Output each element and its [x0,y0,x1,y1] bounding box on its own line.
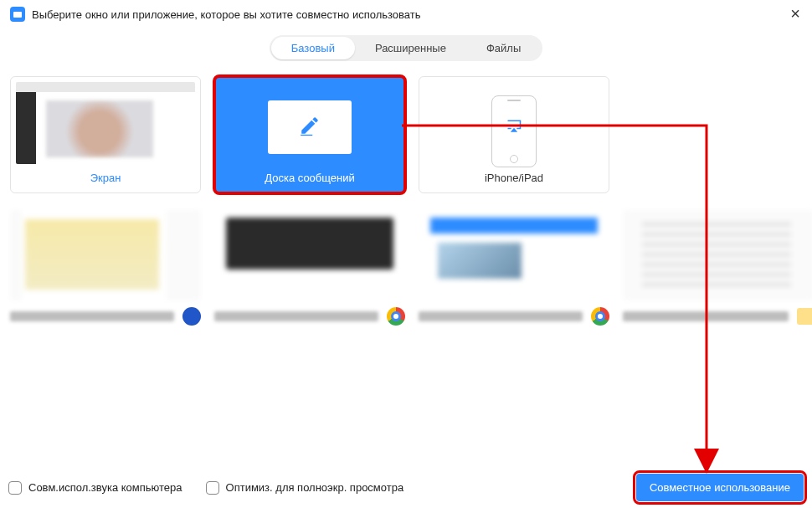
svg-rect-0 [301,135,312,136]
dialog-title: Выберите окно или приложение, которое вы… [32,8,421,21]
share-option-window-2[interactable] [214,210,405,326]
tab-basic[interactable]: Базовый [271,37,355,59]
pencil-icon [299,115,321,140]
tab-files[interactable]: Файлы [466,37,541,59]
window-label-blurred [214,311,378,321]
share-option-iphone-ipad[interactable]: iPhone/iPad [419,76,609,193]
chrome-icon [387,307,405,326]
window-preview [214,210,405,300]
checkbox-optimize-video[interactable]: Оптимиз. для полноэкр. просмотра [206,481,404,495]
tab-bar: Базовый Расширенные Файлы [0,35,812,61]
tab-advanced[interactable]: Расширенные [355,37,466,59]
checkbox-share-audio-label: Совм.испол.звука компьютера [28,481,182,494]
chrome-icon [591,307,609,326]
file-icon [797,308,812,325]
close-button[interactable]: × [790,5,800,22]
window-preview [419,210,609,300]
share-option-whiteboard[interactable]: Доска сообщений [214,76,405,193]
share-button[interactable]: Совместное использование [636,474,804,501]
screen-label: Экран [90,172,121,184]
share-option-window-4[interactable] [623,210,812,326]
share-option-window-3[interactable] [419,210,609,326]
app-badge-icon [182,307,201,326]
iphone-label: iPhone/iPad [485,172,543,184]
phone-preview [491,95,537,167]
screen-preview [16,82,195,164]
share-option-window-1[interactable] [10,210,201,326]
window-preview [623,210,812,300]
whiteboard-label: Доска сообщений [265,172,355,184]
airplay-icon [506,119,522,137]
app-icon [10,7,25,22]
checkbox-share-audio[interactable]: Совм.испол.звука компьютера [8,481,182,495]
whiteboard-preview [268,100,352,154]
window-preview [10,210,201,300]
checkbox-optimize-video-label: Оптимиз. для полноэкр. просмотра [226,481,404,494]
checkbox-icon [206,481,219,495]
window-label-blurred [623,311,789,321]
window-label-blurred [10,311,174,321]
checkbox-icon [8,481,22,495]
share-option-screen[interactable]: Экран [10,76,201,193]
window-label-blurred [419,311,583,321]
